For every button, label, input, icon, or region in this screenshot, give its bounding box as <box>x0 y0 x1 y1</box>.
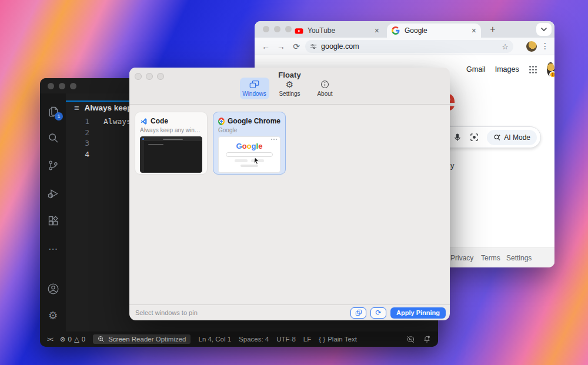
hint-text: Select windows to pin <box>135 309 198 316</box>
floaty-footer: Select windows to pin ⟳ Apply Pinning <box>129 304 450 320</box>
tab-google[interactable]: Google × <box>387 24 481 38</box>
feeling-lucky-partial[interactable]: y <box>450 161 455 170</box>
error-count: 0 <box>68 336 72 343</box>
windows-tab-icon <box>241 79 268 89</box>
tab-title: YouTube <box>308 26 371 35</box>
apply-pinning-button[interactable]: Apply Pinning <box>390 307 446 319</box>
floaty-header[interactable]: Floaty Windows ⚙ Settings About <box>129 68 450 105</box>
site-settings-icon[interactable] <box>310 43 317 50</box>
card-app-title: Code <box>151 117 168 125</box>
chevron-down-icon <box>541 28 547 31</box>
google-favicon <box>392 26 400 35</box>
close-window-button[interactable] <box>263 26 269 32</box>
tab-youtube[interactable]: YouTube × <box>290 24 384 38</box>
warning-count: 0 <box>82 336 85 343</box>
reload-button[interactable]: ⟳ <box>289 42 304 51</box>
google-lens-icon[interactable] <box>469 132 479 142</box>
warning-icon: △ <box>74 335 79 343</box>
more-actions-icon[interactable]: ⋯ <box>46 242 60 256</box>
close-tab-icon[interactable]: × <box>472 26 476 35</box>
tab-about[interactable]: About <box>310 78 340 99</box>
vscode-icon <box>140 118 148 125</box>
chrome-tabstrip[interactable]: YouTube × Google × + <box>255 21 554 38</box>
eol-indicator[interactable]: LF <box>303 336 311 343</box>
tab-search-button[interactable] <box>536 23 552 36</box>
window-card-code[interactable]: Code Always keep any window o... <box>135 112 208 175</box>
chrome-icon <box>218 118 225 125</box>
profile-avatar[interactable] <box>526 41 537 52</box>
ai-mode-label: AI Mode <box>504 133 530 142</box>
screen-reader-chip[interactable]: Screen Reader Optimized <box>93 334 191 344</box>
encoding-indicator[interactable]: UTF-8 <box>276 336 296 343</box>
minimize-window-button[interactable] <box>274 26 280 32</box>
extensions-icon[interactable] <box>46 214 60 228</box>
editor-tab-title[interactable]: Always keep <box>84 103 132 112</box>
images-link[interactable]: Images <box>495 65 519 73</box>
ai-mode-button[interactable]: AI Mode <box>487 130 537 145</box>
language-mode[interactable]: { } Plain Text <box>319 336 357 343</box>
search-icon[interactable] <box>46 130 60 145</box>
floaty-window-list: Code Always keep any window o... Google … <box>129 105 450 304</box>
pin-windows-button[interactable] <box>350 307 366 319</box>
cursor-position[interactable]: Ln 4, Col 1 <box>198 336 231 343</box>
line-text <box>89 128 103 139</box>
card-subtitle: Always keep any window o... <box>140 127 202 133</box>
close-window-button[interactable] <box>48 83 54 89</box>
zoom-window-button[interactable] <box>70 83 76 89</box>
breadcrumb-menu-icon[interactable]: ≡ <box>74 103 79 112</box>
copilot-disabled-icon[interactable] <box>406 335 415 344</box>
new-tab-button[interactable]: + <box>487 24 499 35</box>
problems-indicator[interactable]: ⊗ 0 △ 0 <box>60 335 85 343</box>
tab-settings[interactable]: ⚙ Settings <box>275 78 305 99</box>
card-subtitle: Google <box>218 127 280 133</box>
account-avatar[interactable]: ! <box>547 62 554 76</box>
language-label: Plain Text <box>328 336 357 343</box>
settings-link[interactable]: Settings <box>506 254 532 262</box>
accounts-icon[interactable] <box>46 282 60 296</box>
omnibox[interactable]: google.com ☆ <box>305 40 513 53</box>
youtube-icon <box>295 26 303 35</box>
run-debug-icon[interactable] <box>46 186 60 200</box>
gmail-link[interactable]: Gmail <box>466 65 486 73</box>
tab-title: Google <box>405 26 468 35</box>
refresh-button[interactable]: ⟳ <box>370 307 386 319</box>
error-icon: ⊗ <box>60 335 66 343</box>
line-text: Always <box>89 116 131 128</box>
forward-button[interactable]: → <box>273 42 289 51</box>
floaty-window: Floaty Windows ⚙ Settings About <box>129 68 450 320</box>
source-control-icon[interactable] <box>46 158 60 172</box>
settings-gear-icon[interactable]: ⚙ <box>46 309 60 323</box>
account-alert-badge: ! <box>549 71 554 78</box>
line-number: 4 <box>66 149 89 160</box>
remote-indicator[interactable]: >< <box>47 336 52 343</box>
voice-search-icon[interactable] <box>453 132 462 143</box>
privacy-link[interactable]: Privacy <box>450 254 473 262</box>
desktop-wallpaper: YouTube × Google × + ← → ⟳ google.com <box>0 0 588 365</box>
indentation-indicator[interactable]: Spaces: 4 <box>239 336 269 343</box>
back-button[interactable]: ← <box>258 42 273 51</box>
terms-link[interactable]: Terms <box>481 254 500 262</box>
line-text <box>89 149 103 160</box>
minimize-window-button[interactable] <box>59 83 65 89</box>
vscode-traffic-lights <box>48 83 76 89</box>
bookmark-star-icon[interactable]: ☆ <box>502 42 509 51</box>
cursor-icon <box>253 157 260 165</box>
floaty-toolbar-tabs: Windows ⚙ Settings About <box>129 78 450 99</box>
tab-label: Windows <box>241 91 268 97</box>
notifications-bell-icon[interactable] <box>423 335 431 343</box>
chrome-traffic-lights <box>263 26 292 32</box>
explorer-icon[interactable]: 1 <box>46 104 60 118</box>
card-app-title: Google Chrome <box>228 117 280 125</box>
tab-windows[interactable]: Windows <box>240 78 269 99</box>
settings-gear-icon: ⚙ <box>276 79 303 89</box>
window-card-google-chrome[interactable]: Google Chrome Google Google <box>213 112 286 175</box>
tab-label: About <box>312 91 339 97</box>
close-tab-icon[interactable]: × <box>375 26 379 35</box>
line-number: 3 <box>66 138 89 149</box>
line-text <box>89 138 103 149</box>
braces-icon: { } <box>319 336 325 343</box>
screen-reader-label: Screen Reader Optimized <box>108 336 186 343</box>
chrome-toolbar: ← → ⟳ google.com ☆ ⋮ <box>255 38 554 55</box>
chrome-menu-icon[interactable]: ⋮ <box>540 41 550 51</box>
google-apps-grid-icon[interactable] <box>529 65 537 74</box>
